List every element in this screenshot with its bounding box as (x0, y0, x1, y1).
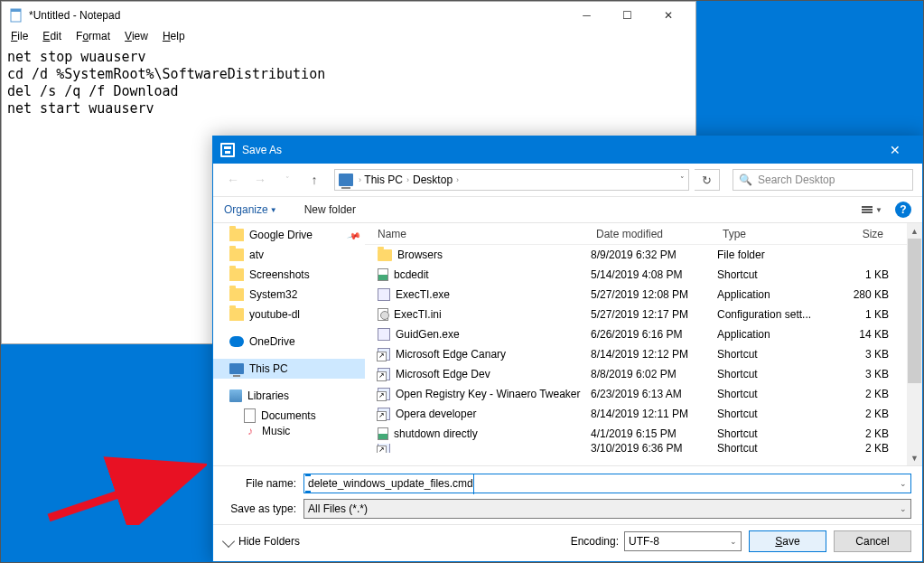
folder-icon (229, 229, 244, 241)
file-row[interactable]: GuidGen.exe6/26/2019 6:16 PMApplication1… (365, 324, 907, 344)
notepad-menubar: File Edit Format View Help (2, 29, 695, 47)
col-type-header[interactable]: Type (717, 228, 835, 240)
file-date: 6/23/2019 6:13 AM (591, 388, 717, 400)
file-row[interactable]: bcdedit5/14/2019 4:08 PMShortcut1 KB (365, 265, 907, 285)
savetype-select[interactable]: All Files (*.*) ⌄ (303, 499, 911, 519)
tree-item[interactable]: Google Drive📌 (213, 225, 365, 245)
vertical-scrollbar[interactable]: ▲ ▼ (907, 223, 922, 465)
search-placeholder: Search Desktop (758, 174, 835, 186)
organize-menu[interactable]: Organize ▼ (224, 203, 277, 216)
breadcrumb-folder[interactable]: Desktop (413, 174, 453, 186)
back-button[interactable]: ← (222, 169, 244, 191)
file-size: 1 KB (835, 308, 889, 321)
new-folder-button[interactable]: New folder (304, 203, 356, 216)
column-headers[interactable]: Name Date modified Type Size (365, 223, 907, 245)
menu-help[interactable]: Help (157, 29, 191, 47)
shortcut-icon (378, 408, 390, 420)
file-size: 2 KB (835, 408, 889, 420)
col-name-header[interactable]: Name (378, 228, 406, 240)
refresh-button[interactable]: ↻ (695, 169, 720, 191)
filename-input[interactable]: delete_windows_update_files.cmd ⌄ (303, 474, 911, 493)
savetype-label: Save as type: (224, 502, 296, 515)
recent-dropdown[interactable]: ˅ (276, 169, 298, 191)
maximize-button[interactable]: ☐ (607, 3, 648, 28)
tree-item[interactable]: This PC (213, 359, 365, 379)
save-button[interactable]: Save (749, 530, 826, 552)
file-date: 8/8/2019 6:02 PM (591, 368, 717, 380)
address-bar[interactable]: › This PC › Desktop › ˅ (334, 169, 689, 191)
file-type: Shortcut (717, 388, 835, 400)
tree-item[interactable]: OneDrive (213, 332, 365, 352)
encoding-value: UTF-8 (629, 535, 659, 548)
minimize-button[interactable]: ─ (566, 3, 607, 28)
up-button[interactable]: ↑ (303, 169, 325, 191)
notepad-title: *Untitled - Notepad (29, 9, 120, 22)
close-button[interactable]: ✕ (648, 3, 688, 28)
file-row[interactable]: Microsoft Edge Canary8/14/2019 12:12 PMS… (365, 344, 907, 364)
menu-file[interactable]: File (5, 29, 33, 47)
file-list: Name Date modified Type Size Browsers8/9… (365, 223, 907, 465)
file-row[interactable]: Browsers8/9/2019 6:32 PMFile folder (365, 245, 907, 265)
scroll-thumb[interactable] (908, 239, 921, 383)
filename-dropdown-icon[interactable]: ⌄ (900, 479, 907, 488)
scroll-up-icon[interactable]: ▲ (910, 223, 919, 239)
scroll-down-icon[interactable]: ▼ (910, 450, 919, 465)
pc-icon (339, 174, 353, 186)
file-row[interactable]: Microsoft Edge Dev8/8/2019 6:02 PMShortc… (365, 364, 907, 384)
file-date: 8/9/2019 6:32 PM (591, 249, 717, 261)
tree-item[interactable]: atv (213, 245, 365, 265)
tree-item[interactable]: Documents (213, 406, 365, 426)
file-row[interactable]: Open Registry Key - Winaero Tweaker6/23/… (365, 384, 907, 404)
navigation-tree[interactable]: Google Drive📌atvScreenshotsSystem32youtu… (213, 223, 365, 465)
hide-folders-button[interactable]: Hide Folders (224, 535, 300, 548)
menu-view[interactable]: View (119, 29, 154, 47)
folder-icon (229, 308, 244, 321)
view-options-button[interactable]: ▼ (862, 206, 882, 214)
tree-item-label: Music (262, 426, 290, 436)
folder-icon (229, 288, 244, 301)
tree-item-label: This PC (249, 362, 288, 375)
file-row[interactable]: shutdown directly4/1/2019 6:15 PMShortcu… (365, 424, 907, 444)
notepad-icon (9, 8, 23, 23)
search-box[interactable]: 🔍 Search Desktop (733, 169, 913, 191)
help-icon[interactable]: ? (895, 202, 911, 218)
search-icon: 🔍 (739, 174, 752, 186)
cancel-button[interactable]: Cancel (834, 530, 911, 552)
file-size: 2 KB (835, 444, 889, 453)
file-size: 3 KB (835, 368, 889, 380)
breadcrumb-root[interactable]: This PC (364, 174, 403, 186)
tree-item[interactable]: ♪Music (213, 426, 365, 436)
col-size-header[interactable]: Size (835, 228, 889, 240)
file-row[interactable]: ExecTI.ini5/27/2019 12:17 PMConfiguratio… (365, 305, 907, 324)
encoding-dropdown-icon[interactable]: ⌄ (730, 537, 737, 546)
file-date: 4/1/2019 6:15 PM (591, 427, 717, 440)
encoding-select[interactable]: UTF-8 ⌄ (624, 531, 742, 551)
save-as-dialog: Save As ✕ ← → ˅ ↑ › This PC › Desktop › … (212, 136, 923, 562)
filename-value: delete_windows_update_files.cmd (308, 477, 473, 490)
dialog-close-button[interactable]: ✕ (874, 136, 915, 164)
file-row[interactable]: Opera developer8/14/2019 12:11 PMShortcu… (365, 404, 907, 424)
savetype-dropdown-icon[interactable]: ⌄ (900, 504, 907, 513)
tree-item[interactable]: Libraries (213, 386, 365, 406)
notepad-titlebar[interactable]: *Untitled - Notepad ─ ☐ ✕ (2, 2, 695, 29)
dialog-titlebar[interactable]: Save As ✕ (213, 136, 922, 164)
file-size: 2 KB (835, 427, 889, 440)
filename-label: File name: (224, 477, 296, 490)
document-icon (244, 408, 256, 423)
file-date: 8/14/2019 12:11 PM (591, 408, 717, 420)
file-row[interactable]: ExecTI.exe5/27/2019 12:08 PMApplication2… (365, 285, 907, 305)
file-type: File folder (717, 249, 835, 261)
col-date-header[interactable]: Date modified (591, 228, 717, 240)
tree-item[interactable]: Screenshots (213, 265, 365, 285)
file-row[interactable]: 3/10/2019 6:36 PMShortcut2 KB (365, 444, 907, 453)
file-date: 8/14/2019 12:12 PM (591, 348, 717, 361)
savetype-value: All Files (*.*) (308, 502, 368, 515)
shortcut-icon (378, 444, 390, 453)
tree-item[interactable]: System32 (213, 285, 365, 305)
tree-item[interactable]: youtube-dl (213, 305, 365, 324)
forward-button[interactable]: → (249, 169, 271, 191)
menu-format[interactable]: Format (70, 29, 116, 47)
address-dropdown-icon[interactable]: ˅ (680, 175, 685, 184)
menu-edit[interactable]: Edit (37, 29, 67, 47)
svg-rect-2 (222, 145, 233, 155)
